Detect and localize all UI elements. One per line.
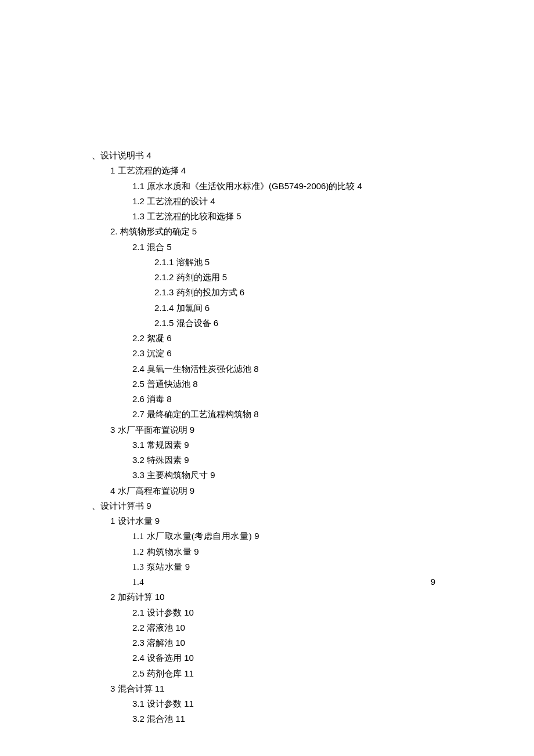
toc-entry: 2.1 混合 5 (92, 240, 435, 255)
toc-entry: 1.1 原水水质和《生活饮用水标准》(GB5749-2006)的比较 4 (92, 179, 435, 194)
toc-entry: 2.2 溶液池 10 (92, 620, 435, 635)
toc-page-number: 8 (254, 409, 258, 419)
toc-page-number: 9 (184, 455, 189, 465)
toc-entry: 1 设计水量 9 (92, 513, 435, 529)
toc-label: 1.1 水厂取水量(考虑自用水量) (132, 531, 252, 541)
document-page: 、设计说明书 41 工艺流程的选择 41.1 原水水质和《生活饮用水标准》(GB… (0, 0, 534, 727)
toc-page-number: 9 (254, 531, 259, 541)
toc-entry: 1.49 (92, 574, 435, 589)
toc-entry: 2.5 普通快滤池 8 (92, 377, 435, 392)
toc-label: 2.4 设备选用 (132, 653, 182, 663)
toc-label: 2.1.5 混合设备 (154, 318, 211, 328)
toc-label: 2.4 臭氧一生物活性炭强化滤池 (132, 364, 251, 374)
toc-label: 、设计说明书 (92, 150, 144, 160)
toc-entry: 3.1 常规因素 9 (92, 437, 435, 453)
toc-page-number: 8 (254, 364, 258, 374)
toc-page-number: 9 (184, 440, 189, 450)
toc-entry: 1.2 构筑物水量 9 (92, 544, 435, 559)
toc-label: 3.1 设计参数 (132, 699, 182, 708)
toc-entry: 3.3 主要构筑物尺寸 9 (92, 468, 435, 483)
toc-page-number: 9 (210, 470, 215, 480)
toc-page-number: 6 (205, 303, 210, 313)
toc-page-number: 9 (190, 486, 194, 495)
toc-label: 1 工艺流程的选择 (110, 165, 179, 175)
toc-page-number: 11 (184, 668, 194, 678)
toc-page-number: 11 (184, 699, 194, 708)
toc-entry: 1.3 泵站水量 9 (92, 559, 435, 574)
toc-page-number: 5 (236, 211, 241, 221)
toc-entry: 1.1 水厂取水量(考虑自用水量) 9 (92, 529, 435, 544)
toc-page-number: 9 (185, 562, 190, 571)
toc-label: 2.3 沉淀 (132, 348, 164, 358)
toc-page-number: 4 (358, 181, 362, 191)
toc-entry: 3 水厂平面布置说明 9 (92, 422, 435, 437)
toc-page-number: 9 (146, 501, 151, 511)
toc-page-number: 9 (194, 547, 199, 556)
toc-page-number: 6 (167, 333, 171, 343)
toc-entry: 2.1.3 药剂的投加方式 6 (92, 285, 435, 300)
toc-entry: 2.6 消毒 8 (92, 392, 435, 407)
toc-label: 3 混合计算 (110, 683, 153, 693)
toc-label: 2.1.1 溶解池 (154, 257, 203, 267)
toc-page-number: 6 (240, 287, 244, 297)
toc-entry: 1.2 工艺流程的设计 4 (92, 194, 435, 209)
toc-label: 4 水厂高程布置说明 (110, 486, 187, 495)
toc-entry: 2.7 最终确定的工艺流程构筑物 8 (92, 407, 435, 422)
toc-label: 3.1 常规因素 (132, 440, 182, 450)
toc-label: 3.2 混合池 (132, 714, 173, 724)
toc-label: 1.1 原水水质和《生活饮用水标准》(GB5749-2006)的比较 (132, 181, 355, 191)
toc-entry: 2.1.1 溶解池 5 (92, 255, 435, 270)
toc-page-number: 10 (175, 638, 185, 648)
toc-entry: 2.3 溶解池 10 (92, 635, 435, 650)
toc-page-number: 4 (146, 150, 151, 160)
toc-page-number: 10 (184, 607, 194, 617)
toc-page-number: 6 (214, 318, 218, 328)
toc-page-number: 9 (190, 425, 194, 435)
toc-label: 2.5 普通快滤池 (132, 379, 190, 389)
toc-entry: 3.2 混合池 11 (92, 711, 435, 726)
toc-entry: 1 工艺流程的选择 4 (92, 163, 435, 178)
toc-page-number: 8 (167, 394, 171, 404)
toc-page-number: 11 (155, 683, 165, 693)
toc-label: 3.3 主要构筑物尺寸 (132, 470, 208, 480)
toc-label: 2.2 絮凝 (132, 333, 164, 343)
toc-label: 2.7 最终确定的工艺流程构筑物 (132, 409, 251, 419)
toc-label: 2.5 药剂仓库 (132, 668, 182, 678)
toc-page-number: 10 (175, 623, 185, 632)
toc-page-number: 9 (431, 574, 435, 589)
table-of-contents: 、设计说明书 41 工艺流程的选择 41.1 原水水质和《生活饮用水标准》(GB… (92, 148, 435, 727)
toc-label: 2.1 设计参数 (132, 607, 182, 617)
toc-label: 2.1.3 药剂的投加方式 (154, 287, 237, 297)
toc-entry: 2.1 设计参数 10 (92, 605, 435, 620)
toc-page-number: 5 (192, 226, 197, 236)
toc-entry: 、设计说明书 4 (92, 148, 435, 163)
toc-label: 1.4 (132, 574, 144, 589)
toc-label: 2.2 溶液池 (132, 623, 173, 632)
toc-label: 1.3 工艺流程的比较和选择 (132, 211, 234, 221)
toc-entry: 2.4 臭氧一生物活性炭强化滤池 8 (92, 361, 435, 377)
toc-label: 2.1.2 药剂的选用 (154, 272, 220, 282)
toc-page-number: 4 (181, 165, 186, 175)
toc-label: 1.2 工艺流程的设计 (132, 196, 208, 206)
toc-label: 2.6 消毒 (132, 394, 164, 404)
toc-label: 2 加药计算 (110, 592, 153, 602)
toc-entry: 2.1.4 加氯间 6 (92, 301, 435, 316)
toc-label: 2.1.4 加氯间 (154, 303, 203, 313)
toc-label: 3.2 特殊因素 (132, 455, 182, 465)
toc-entry: 2 加药计算 10 (92, 589, 435, 605)
toc-entry: 2.5 药剂仓库 11 (92, 666, 435, 681)
toc-page-number: 5 (222, 272, 227, 282)
toc-page-number: 6 (167, 348, 171, 358)
toc-page-number: 8 (193, 379, 197, 389)
toc-label: 2. 构筑物形式的确定 (110, 226, 190, 236)
toc-page-number: 9 (155, 516, 160, 526)
toc-page-number: 5 (205, 257, 210, 267)
toc-entry: 4 水厂高程布置说明 9 (92, 483, 435, 498)
toc-entry: 1.3 工艺流程的比较和选择 5 (92, 209, 435, 224)
toc-entry: 2.4 设备选用 10 (92, 650, 435, 665)
toc-page-number: 10 (184, 653, 194, 663)
toc-entry: 、设计计算书 9 (92, 498, 435, 513)
toc-label: 、设计计算书 (92, 501, 144, 511)
toc-entry: 2.1.2 药剂的选用 5 (92, 270, 435, 285)
toc-page-number: 10 (155, 592, 165, 602)
